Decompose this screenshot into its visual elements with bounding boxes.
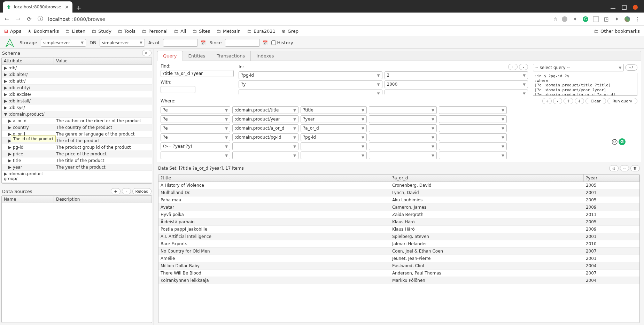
where-combo[interactable]: ▼ — [369, 133, 437, 141]
tab-close-icon[interactable]: × — [65, 4, 69, 10]
where-combo[interactable]: ▼ — [439, 124, 507, 132]
col-header-attribute[interactable]: Attribute — [2, 57, 54, 64]
tab-indexes[interactable]: Indexes — [251, 51, 280, 61]
clear-button[interactable]: Clear — [585, 98, 606, 104]
table-row[interactable]: Mulholland Dr.Lynch, David2001 — [158, 189, 639, 196]
in-add-button[interactable]: + — [508, 64, 518, 70]
bookmark-folder[interactable]: 🗀Eura2021 — [247, 29, 276, 34]
db-select[interactable]: simpleserver▼ — [100, 39, 145, 47]
ext-icon[interactable] — [562, 16, 567, 22]
dataset-sort-none-button[interactable]: -- — [620, 165, 629, 171]
table-row[interactable]: Äideistä parhainKlaus Härö2005 — [158, 218, 639, 226]
select-query-combo[interactable]: -- select query --▼ — [533, 64, 624, 71]
expand-toggle-icon[interactable]: ▶ — [4, 85, 7, 90]
schema-row[interactable]: ▶ countryThe country of the product — [2, 124, 152, 131]
run-query-button[interactable]: Run query — [607, 98, 637, 104]
expand-toggle-icon[interactable]: ▶ — [4, 171, 7, 176]
schema-row[interactable]: ▶ a_or_dThe author or the director of th… — [2, 118, 152, 124]
where-combo[interactable]: :domain.product/a_or_d▼ — [232, 124, 298, 132]
ext-icon[interactable]: ✦ — [572, 16, 578, 22]
storage-select[interactable]: simpleserver▼ — [41, 39, 86, 47]
tab-transactions[interactable]: Transactions — [211, 51, 251, 61]
expand-toggle-icon[interactable]: ▶ — [4, 79, 7, 84]
where-combo[interactable]: ▼ — [439, 142, 507, 150]
find-input[interactable] — [161, 70, 234, 77]
schema-row[interactable]: ▶ pg-idThe product group id of the produ… — [2, 144, 152, 151]
where-combo[interactable]: ▼ — [439, 133, 507, 141]
back-button[interactable]: ← — [3, 16, 10, 22]
site-info-icon[interactable]: ⓘ — [37, 15, 44, 23]
where-combo[interactable]: (>= ?year ?y)▼ — [161, 142, 230, 150]
schema-row[interactable]: ▶ priceThe price of the product — [2, 151, 152, 157]
in-var-combo[interactable]: ?pg-id▼ — [239, 71, 382, 79]
where-combo[interactable]: ▼ — [161, 152, 230, 159]
table-row[interactable]: Koirankynnen leikkaajaMarkku Pölönen2004 — [158, 277, 639, 284]
table-row[interactable]: A.I. Artificial IntelligenceSpielberg, S… — [158, 233, 639, 240]
col-header[interactable]: ?title — [158, 175, 390, 181]
where-combo[interactable]: ?title▼ — [301, 106, 367, 114]
table-row[interactable]: Postia pappi JaakobilleKlaus Härö2009 — [158, 226, 639, 233]
schema-row[interactable]: ▶ :domain.product-group/ — [2, 171, 152, 182]
where-combo[interactable]: ?e▼ — [161, 133, 230, 141]
where-combo[interactable]: ▼ — [232, 152, 298, 159]
where-up-button[interactable]: ↑ — [564, 98, 573, 104]
where-combo[interactable]: ▼ — [369, 124, 437, 132]
table-row[interactable]: No Country for Old MenCoen, Joel & Ethan… — [158, 248, 639, 255]
where-combo[interactable]: :domain.product/pg-id▼ — [232, 133, 298, 141]
expand-toggle-icon[interactable]: ▶ — [8, 165, 11, 170]
table-row[interactable]: Hyvä poikaZaida Bergroth2011 — [158, 211, 639, 218]
schema-row[interactable]: ▶ :db.excise/ — [2, 91, 152, 98]
other-bookmarks[interactable]: 🗀Other bookmarks — [594, 29, 640, 34]
window-close-icon[interactable] — [633, 5, 638, 10]
bookmark-folder[interactable]: 🗀Sites — [192, 29, 210, 34]
col-header-name[interactable]: Name — [2, 196, 54, 203]
collapse-button[interactable]: ⇤ — [142, 50, 152, 56]
table-row[interactable]: Million Dollar BabyEastwood, Clint2004 — [158, 262, 639, 270]
table-row[interactable]: Paha maaAku Louhimies2005 — [158, 196, 639, 204]
in-remove-button[interactable]: - — [519, 64, 528, 70]
table-row[interactable]: Rare ExportsJalmari Helander2010 — [158, 240, 639, 248]
bookmark-folder[interactable]: 🗀Tools — [118, 29, 135, 34]
calendar-icon[interactable]: 📅 — [263, 40, 268, 45]
url-bar[interactable]: localhost:8080/browse — [48, 16, 549, 22]
where-combo[interactable]: ▼ — [369, 106, 437, 114]
ext-icon[interactable] — [593, 16, 599, 22]
tab-entities[interactable]: Entities — [183, 51, 211, 61]
extensions-icon[interactable]: ✦ — [614, 16, 620, 22]
bookmark-folder[interactable]: 🗀Listen — [65, 29, 85, 34]
bookmark-folder[interactable]: 🗀Study — [92, 29, 111, 34]
ext-icon[interactable]: G — [583, 16, 588, 22]
expand-toggle-icon[interactable]: ▶ — [8, 125, 11, 130]
apps-button[interactable]: ⊞Apps — [4, 29, 21, 34]
schema-row[interactable]: ▶ :db.install/ — [2, 98, 152, 105]
bookmark-item[interactable]: ★Bookmarks — [28, 29, 59, 34]
where-combo[interactable]: ?pg-id▼ — [301, 133, 367, 141]
where-combo[interactable]: ▼ — [301, 152, 367, 159]
asof-input[interactable] — [163, 39, 198, 47]
bookmark-item[interactable]: ⊕Grep — [282, 29, 298, 34]
where-combo[interactable]: :domain.product/year▼ — [232, 115, 298, 123]
in-val-combo[interactable]: 2▼ — [385, 71, 528, 79]
ds-remove-button[interactable]: - — [122, 188, 131, 194]
where-combo[interactable]: ▼ — [439, 152, 507, 159]
expand-toggle-icon[interactable]: ▶ — [8, 152, 11, 156]
schema-row[interactable]: ▶ yearThe year of the product — [2, 164, 152, 171]
where-combo[interactable]: ▼ — [232, 142, 298, 150]
history-checkbox[interactable]: History — [271, 40, 293, 45]
ext-icon[interactable]: ◳ — [604, 16, 609, 22]
profile-avatar[interactable] — [624, 16, 630, 22]
dataset-sort-up-button[interactable]: ⇈ — [630, 165, 640, 171]
where-combo[interactable]: :domain.product/title▼ — [232, 106, 298, 114]
expand-toggle-icon[interactable]: ▶ — [4, 99, 7, 103]
expand-toggle-icon[interactable]: ▶ — [4, 72, 7, 77]
since-input[interactable] — [225, 39, 260, 47]
where-combo[interactable]: ▼ — [439, 115, 507, 123]
ds-reload-button[interactable]: Reload — [132, 188, 152, 194]
reload-button[interactable]: ⟳ — [26, 16, 33, 22]
expand-toggle-icon[interactable]: ▶ — [8, 118, 11, 123]
query-plusminus-button[interactable]: +/- — [625, 64, 637, 71]
table-row[interactable]: AmélieJeunet, Jean-Pierre2001 — [158, 255, 639, 262]
table-row[interactable]: AvatarCameron, James2009 — [158, 204, 639, 211]
new-tab-button[interactable]: + — [74, 3, 84, 13]
where-down-button[interactable]: ↓ — [575, 98, 584, 104]
